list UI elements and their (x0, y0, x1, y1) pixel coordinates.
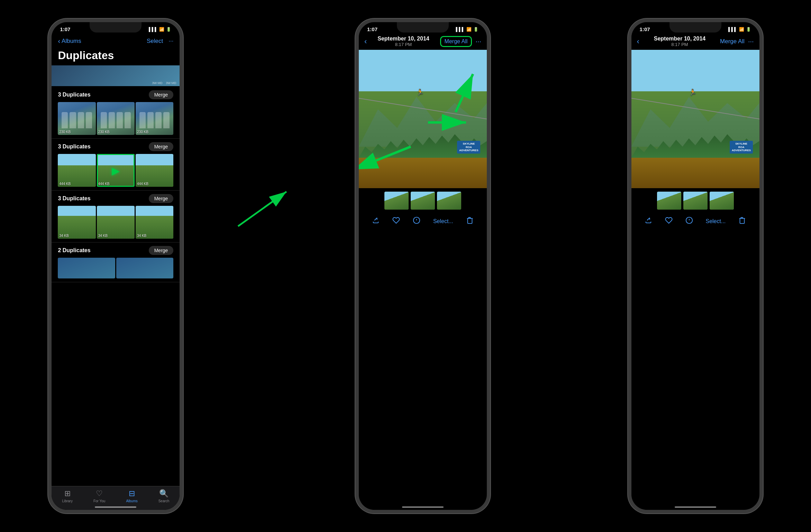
phone3-screen: 1:07 ▌▌▌ 📶 🔋 ‹ September 10, 2014 8:17 P… (631, 22, 759, 510)
heart-icon-3 (665, 217, 673, 224)
detail-nav-3: ‹ September 10, 2014 8:17 PM Merge All ·… (631, 34, 759, 50)
group-1-merge-button[interactable]: Merge (149, 90, 174, 99)
status-time-1: 1:07 (60, 26, 70, 32)
group-4-merge-button[interactable]: Merge (149, 246, 174, 255)
group-3-merge-button[interactable]: Merge (149, 194, 174, 203)
info-icon-3 (685, 217, 693, 224)
info-icon-2 (413, 217, 420, 224)
header-photo-strip: 3W MD 3W MD (52, 65, 180, 86)
zipline-person-3: 🏃 (689, 89, 696, 96)
select-button-2[interactable]: Select... (433, 218, 453, 224)
group-3-photos: 34 KB 34 KB 34 KB (58, 206, 173, 239)
people-figures-1 (62, 112, 92, 129)
search-icon: 🔍 (159, 489, 168, 498)
photo-4-1[interactable] (58, 258, 115, 278)
photo-2-3-size: 444 KB (137, 182, 148, 186)
group-2-photos: 444 KB ▶ 444 KB 444 KB (58, 154, 173, 187)
photo-3-1[interactable]: 34 KB (58, 206, 95, 239)
battery-icon: 🔋 (166, 27, 171, 32)
person-5 (101, 112, 107, 129)
signal-icon: ▌▌▌ (149, 27, 158, 32)
share-icon-3 (645, 217, 652, 224)
person-3 (78, 112, 84, 129)
photo-1-2[interactable]: 230 KB (97, 102, 135, 135)
share-button-2[interactable] (372, 217, 380, 226)
detail-nav-center-3: September 10, 2014 8:17 PM (654, 36, 705, 47)
person-11 (155, 112, 162, 129)
phone1-screen: 1:07 ▌▌▌ 📶 🔋 ‹ Albums Select ··· Duplica… (52, 22, 180, 510)
back-arrow-3[interactable]: ‹ (637, 37, 639, 46)
heart-button-3[interactable] (665, 217, 673, 226)
group-3-header: 3 Duplicates Merge (58, 194, 173, 203)
detail-date-2: September 10, 2014 (377, 36, 429, 42)
photo-1-3-size: 230 KB (137, 130, 148, 134)
detail-date-3: September 10, 2014 (654, 36, 705, 42)
detail-nav-center-2: September 10, 2014 8:17 PM (377, 36, 429, 47)
for-you-icon: ♡ (96, 489, 103, 498)
thumb-2-2[interactable] (411, 192, 435, 210)
share-icon-2 (372, 217, 380, 224)
main-photo-2[interactable]: 🏃 SKYLINEROAADVENTURES (359, 50, 487, 188)
tab-albums[interactable]: ⊟ Albums (126, 489, 137, 503)
thumb-inner-3-1 (657, 192, 681, 210)
more-button-3[interactable]: ··· (748, 37, 754, 45)
photo-3-2[interactable]: 34 KB (97, 206, 135, 239)
merge-all-button-2[interactable]: Merge All (440, 36, 472, 47)
tab-library-label: Library (62, 499, 73, 503)
select-button-3[interactable]: Select... (705, 218, 726, 224)
zipline-scene-3: 🏃 SKYLINEROAADVENTURES (631, 50, 759, 188)
thumb-2-3[interactable] (437, 192, 461, 210)
delete-button-3[interactable] (738, 217, 746, 226)
page-title-1: Duplicates (52, 48, 180, 65)
select-button[interactable]: Select (147, 38, 163, 45)
tab-library[interactable]: ⊞ Library (62, 489, 73, 503)
info-button-2[interactable] (413, 217, 420, 226)
group-4-header: 2 Duplicates Merge (58, 246, 173, 255)
play-indicator: ▶ (112, 164, 120, 176)
back-arrow-2[interactable]: ‹ (364, 37, 367, 46)
library-icon: ⊞ (64, 489, 71, 498)
heart-button-2[interactable] (392, 217, 400, 226)
thumb-2-1[interactable] (384, 192, 409, 210)
tab-search-label: Search (158, 499, 170, 503)
phone-1: 1:07 ▌▌▌ 📶 🔋 ‹ Albums Select ··· Duplica… (48, 19, 183, 513)
group-2-merge-button[interactable]: Merge (149, 142, 174, 151)
photo-2-1[interactable]: 444 KB (58, 154, 95, 187)
thumb-3-2[interactable] (683, 192, 708, 210)
person-7 (117, 112, 123, 129)
photo-2-2[interactable]: ▶ 444 KB (97, 154, 135, 187)
more-button[interactable]: ··· (168, 38, 173, 45)
merge-all-button-3[interactable]: Merge All (720, 38, 745, 45)
notch-1 (90, 22, 142, 33)
share-button-3[interactable] (645, 217, 652, 226)
photo-3-3[interactable]: 34 KB (136, 206, 173, 239)
skyline-logo-3: SKYLINEROAADVENTURES (730, 141, 753, 154)
thumb-3-1[interactable] (657, 192, 681, 210)
group-3: 3 Duplicates Merge 34 KB 34 KB 34 KB (52, 191, 180, 242)
info-button-3[interactable] (685, 217, 693, 226)
photo-3-2-size: 34 KB (98, 234, 108, 238)
more-button-2[interactable]: ··· (475, 37, 481, 45)
photo-size-label: 3W MD 3W MD (152, 81, 176, 85)
thumb-inner-2 (411, 192, 435, 210)
wifi-icon-2: 📶 (466, 27, 472, 32)
phone-3: 1:07 ▌▌▌ 📶 🔋 ‹ September 10, 2014 8:17 P… (628, 19, 763, 513)
trash-icon-2 (466, 217, 474, 224)
back-button-1[interactable]: ‹ Albums (58, 37, 81, 45)
people-figures-2 (101, 112, 131, 129)
photo-1-2-size: 230 KB (98, 130, 110, 134)
thumb-inner-3-2 (683, 192, 708, 210)
tab-search[interactable]: 🔍 Search (158, 489, 170, 503)
thumb-3-3[interactable] (710, 192, 734, 210)
photo-2-3[interactable]: 444 KB (136, 154, 173, 187)
delete-button-2[interactable] (466, 217, 474, 226)
main-photo-3[interactable]: 🏃 SKYLINEROAADVENTURES (631, 50, 759, 188)
tab-for-you-label: For You (93, 499, 105, 503)
photo-1-1[interactable]: 230 KB (58, 102, 95, 135)
photo-4-2[interactable] (116, 258, 174, 278)
trash-icon-3 (738, 217, 746, 224)
photo-1-3[interactable]: 230 KB (136, 102, 173, 135)
phone2-screen: 1:07 ▌▌▌ 📶 🔋 ‹ September 10, 2014 8:17 P… (359, 22, 487, 510)
tab-for-you[interactable]: ♡ For You (93, 489, 105, 503)
back-arrow-icon: ‹ (58, 37, 60, 45)
